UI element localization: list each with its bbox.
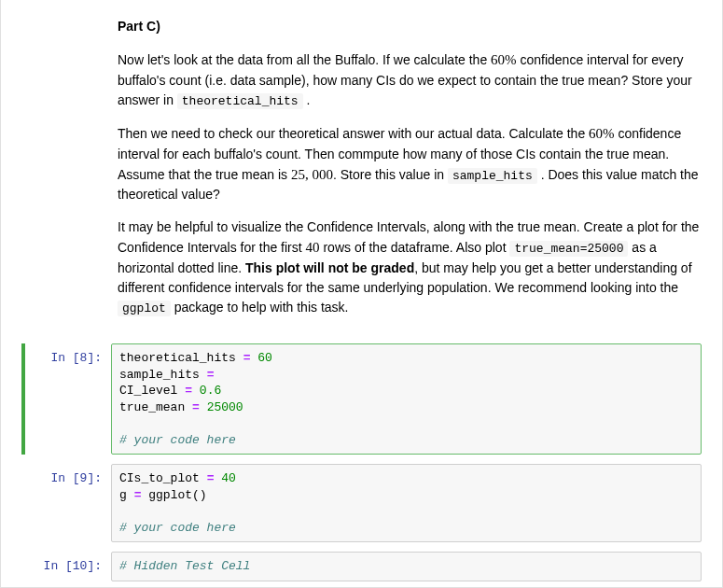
markdown-cell-partC: Part C) Now let's look at the data from … [1, 0, 722, 340]
paragraph-2: Then we need to check our theoretical an… [118, 123, 702, 204]
code-input-10[interactable]: # Hidden Test Cell [111, 552, 702, 581]
prompt-10: In [10]: [21, 552, 111, 581]
code-ggplot: ggplot [118, 301, 171, 316]
code-true-mean: true_mean=25000 [509, 241, 628, 257]
notebook-page: Part C) Now let's look at the data from … [0, 0, 723, 588]
heading-partC: Part C) [118, 17, 702, 36]
code-cell-8[interactable]: In [8]: theoretical_hits = 60 sample_hit… [21, 343, 702, 455]
code-input-8[interactable]: theoretical_hits = 60 sample_hits = CI_l… [111, 343, 702, 455]
paragraph-1: Now let's look at the data from all the … [118, 49, 702, 110]
paragraph-3: It may be helpful to visualize the Confi… [118, 217, 702, 317]
code-theoretical-hits: theoretical_hits [177, 93, 303, 109]
code-cell-9[interactable]: In [9]: CIs_to_plot = 40 g = ggplot() # … [21, 464, 702, 542]
code-cell-10[interactable]: In [10]: # Hidden Test Cell [21, 552, 702, 581]
code-sample-hits: sample_hits [448, 168, 537, 184]
code-input-9[interactable]: CIs_to_plot = 40 g = ggplot() # your cod… [111, 464, 702, 542]
prompt-8: In [8]: [25, 343, 111, 455]
prompt-9: In [9]: [21, 464, 111, 542]
